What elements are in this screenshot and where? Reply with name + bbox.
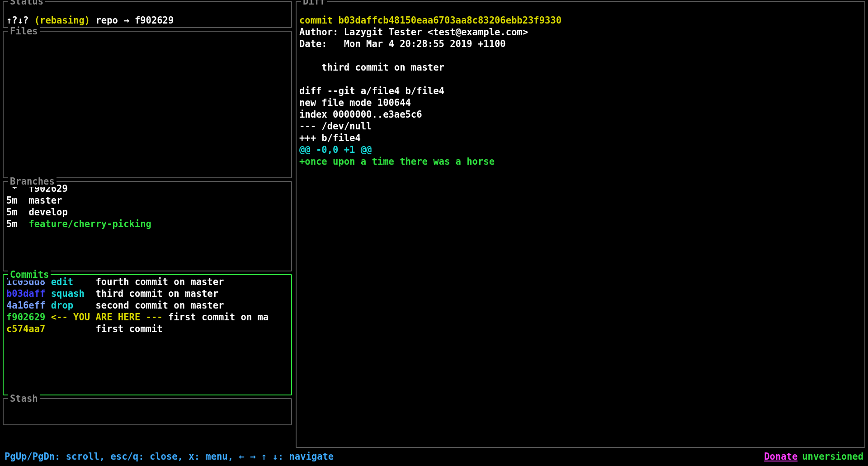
- diff-content: commit b03daffcb48150eaa6703aa8c83206ebb…: [299, 3, 862, 179]
- footer-bar: PgUp/PgDn: scroll, esc/q: close, x: menu…: [0, 448, 868, 466]
- donate-link[interactable]: Donate: [764, 451, 797, 462]
- stash-title: Stash: [8, 393, 40, 404]
- version-label: unversioned: [802, 451, 863, 462]
- branch-row[interactable]: 5m feature/cherry-picking: [6, 218, 288, 230]
- commits-panel[interactable]: Commits 1c05dd8 edit fourth commit on ma…: [3, 274, 292, 395]
- commit-row[interactable]: f902629 <-- YOU ARE HERE --- first commi…: [6, 311, 288, 323]
- status-title: Status: [8, 0, 45, 7]
- help-text: PgUp/PgDn: scroll, esc/q: close, x: menu…: [5, 451, 334, 462]
- branch-row[interactable]: 5m develop: [6, 206, 288, 218]
- commits-title: Commits: [8, 269, 51, 281]
- diff-panel[interactable]: Diff commit b03daffcb48150eaa6703aa8c832…: [296, 1, 865, 448]
- files-panel[interactable]: Files: [3, 31, 292, 178]
- commit-row[interactable]: b03daff squash third commit on master: [6, 288, 288, 300]
- commit-row[interactable]: c574aa7 first commit: [6, 323, 288, 335]
- diff-title: Diff: [301, 0, 327, 7]
- files-title: Files: [8, 25, 40, 37]
- commit-row[interactable]: 4a16eff drop second commit on master: [6, 300, 288, 311]
- branches-panel[interactable]: Branches * f9026295m master5m develop5m …: [3, 181, 292, 271]
- status-panel[interactable]: Status ↑?↓? (rebasing) repo → f902629: [3, 1, 292, 28]
- stash-panel[interactable]: Stash: [3, 398, 292, 425]
- branches-title: Branches: [8, 176, 57, 187]
- branch-row[interactable]: 5m master: [6, 195, 288, 206]
